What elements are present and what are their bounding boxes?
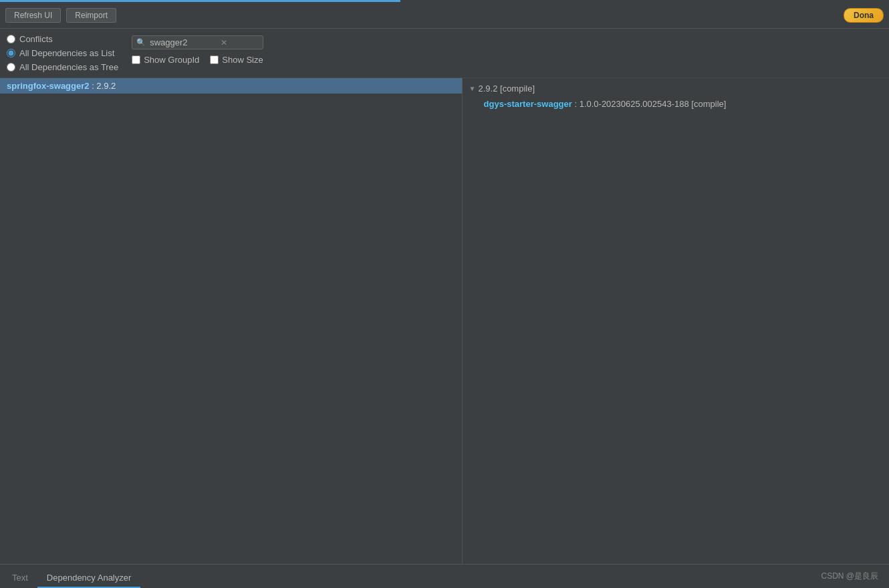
tree-parent-item[interactable]: ▼ 2.9.2 [compile] [463, 81, 889, 96]
status-bar-right: CSDN @是良辰 [813, 565, 886, 587]
checkbox-group: Show GroupId Show Size [132, 55, 263, 65]
child-dep-version: : 1.0.0-20230625.002543-188 [compile] [572, 99, 727, 109]
search-box: 🔍 ✕ [132, 35, 263, 49]
show-groupid-checkbox[interactable]: Show GroupId [132, 55, 199, 65]
show-groupid-label: Show GroupId [144, 55, 199, 65]
tab-dependency-analyzer[interactable]: Dependency Analyzer [37, 569, 140, 588]
radio-all-tree[interactable]: All Dependencies as Tree [7, 62, 118, 72]
progress-bar [0, 0, 889, 2]
dep-version: : 2.9.2 [90, 81, 116, 91]
radio-conflicts-input[interactable] [7, 35, 15, 43]
chevron-down-icon: ▼ [469, 85, 476, 92]
search-icon: 🔍 [136, 38, 146, 47]
tree-parent: ▼ 2.9.2 [compile] [469, 84, 882, 94]
progress-bar-fill [0, 0, 400, 2]
tree-parent-text: 2.9.2 [compile] [479, 84, 535, 94]
main-content: springfox-swagger2 : 2.9.2 ▼ 2.9.2 [comp… [0, 78, 889, 570]
dep-item[interactable]: springfox-swagger2 : 2.9.2 [0, 78, 462, 94]
radio-all-list-label: All Dependencies as List [19, 48, 114, 58]
child-dep-name: dgys-starter-swagger [484, 99, 572, 109]
right-panel: ▼ 2.9.2 [compile] dgys-starter-swagger :… [463, 78, 889, 570]
search-input[interactable] [150, 37, 217, 47]
search-clear-button[interactable]: ✕ [221, 39, 227, 47]
radio-all-tree-input[interactable] [7, 63, 15, 71]
radio-all-list-input[interactable] [7, 49, 15, 57]
show-size-checkbox[interactable]: Show Size [210, 55, 263, 65]
dep-name: springfox-swagger2 [7, 81, 90, 91]
radio-all-tree-label: All Dependencies as Tree [19, 62, 118, 72]
options-row: Conflicts All Dependencies as List All D… [0, 29, 889, 78]
toolbar: Refresh UI Reimport Dona [0, 2, 889, 29]
radio-conflicts[interactable]: Conflicts [7, 34, 118, 44]
show-size-input[interactable] [210, 55, 219, 64]
reimport-button[interactable]: Reimport [66, 8, 116, 23]
radio-conflicts-label: Conflicts [19, 34, 53, 44]
radio-group: Conflicts All Dependencies as List All D… [7, 34, 118, 72]
tab-text[interactable]: Text [3, 569, 37, 588]
refresh-ui-button[interactable]: Refresh UI [5, 8, 61, 23]
radio-all-list[interactable]: All Dependencies as List [7, 48, 118, 58]
tree-child-item[interactable]: dgys-starter-swagger : 1.0.0-20230625.00… [463, 96, 889, 112]
show-groupid-input[interactable] [132, 55, 140, 64]
bottom-tabs: Text Dependency Analyzer CSDN @是良辰 [0, 564, 889, 588]
show-size-label: Show Size [222, 55, 263, 65]
donate-button[interactable]: Dona [844, 8, 884, 23]
left-panel: springfox-swagger2 : 2.9.2 [0, 78, 463, 570]
